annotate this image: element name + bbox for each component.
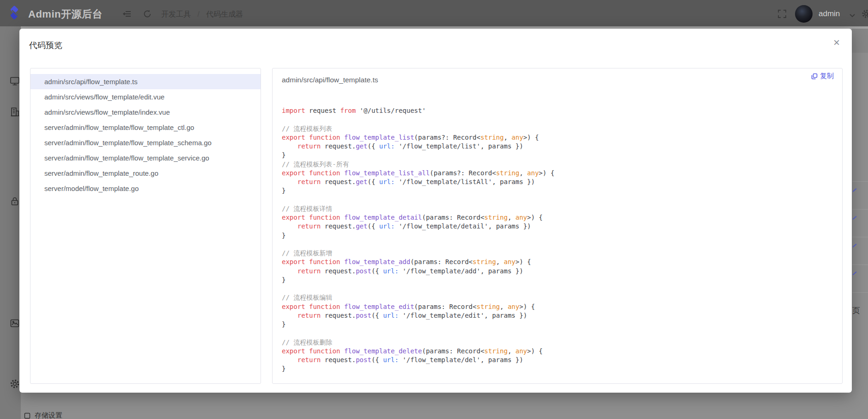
code-line: return request.get({ url: '/flow_templat… [282,142,554,151]
code-line: // 流程模板详情 [282,204,554,213]
edit-pen-icon [853,216,857,220]
code-line: // 流程模板删除 [282,338,554,347]
close-icon[interactable]: × [833,37,840,48]
gear-icon[interactable] [861,9,868,19]
file-list-item[interactable]: admin/src/views/flow_template/index.vue [30,105,261,120]
file-list-item[interactable]: server/model/flow_template.go [30,181,261,196]
code-line: } [282,186,554,195]
lock-icon[interactable] [9,196,20,207]
top-bar: Admin开源后台 开发工具 / 代码生成器 admin [0,0,868,26]
file-list-item[interactable]: server/admin/flow_template/flow_template… [30,135,261,150]
gear-icon[interactable] [9,378,20,389]
code-line: import request from '@/utils/request' [282,106,554,115]
edit-pen-icon [853,188,857,192]
code-panel: admin/src/api/flow_template.ts 复制 import… [272,68,843,384]
avatar[interactable] [795,5,813,23]
code-line: } [282,364,554,373]
code-line: } [282,151,554,160]
fullscreen-icon[interactable] [777,9,787,19]
background-row-divider [852,209,868,210]
code-line [282,329,554,338]
background-row-divider [852,265,868,265]
monitor-icon[interactable] [9,75,20,86]
code-line: return request.post({ url: '/flow_templa… [282,356,554,364]
code-line: // 流程模板新增 [282,249,554,258]
file-list-item[interactable]: admin/src/views/flow_template/edit.vue [30,89,261,105]
code-line: } [282,231,554,240]
collapse-menu-icon[interactable] [122,9,132,19]
file-list-item[interactable]: server/admin/flow_template_route.go [30,166,261,181]
code-line: // 流程模板列表-所有 [282,160,554,169]
code-line: export function flow_template_list_all(p… [282,169,554,178]
refresh-icon[interactable] [142,9,152,19]
code-line [282,196,554,204]
code-line: export function flow_template_add(params… [282,258,554,266]
breadcrumb-item-dev-tools[interactable]: 开发工具 [161,10,191,18]
app-logo-icon [6,5,23,23]
background-table-header [852,29,868,53]
code-line [282,284,554,293]
username[interactable]: admin [819,9,840,18]
edit-pen-icon [853,244,857,247]
image-icon[interactable] [9,318,20,329]
copy-icon [811,73,818,80]
code-block: import request from '@/utils/request'// … [282,106,554,374]
copy-button[interactable]: 复制 [811,72,834,80]
app-title: Admin开源后台 [28,7,103,21]
storage-icon [24,413,30,419]
edit-pen-icon [853,271,857,275]
code-line: } [282,276,554,284]
copy-label: 复制 [820,72,834,80]
code-filename: admin/src/api/flow_template.ts [282,76,378,84]
code-line: export function flow_template_delete(par… [282,347,554,356]
file-list: admin/src/api/flow_template.tsadmin/src/… [30,68,261,384]
code-line: return request.post({ url: '/flow_templa… [282,267,554,276]
code-line [282,240,554,249]
sidebar-item-storage-settings[interactable]: 存储设置 [24,411,62,419]
chevron-down-icon[interactable] [847,11,857,21]
code-line: return request.get({ url: '/flow_templat… [282,222,554,231]
dialog-title: 代码预览 [29,40,62,51]
breadcrumb-separator: / [197,10,199,18]
background-row-divider [852,292,868,293]
code-preview-dialog: 代码预览 × admin/src/api/flow_template.tsadm… [19,29,852,393]
screen: Admin开源后台 开发工具 / 代码生成器 admin [0,0,868,419]
sidebar-rail [0,26,21,419]
file-list-item[interactable]: server/admin/flow_template/flow_template… [30,120,261,135]
background-row-divider [852,181,868,182]
sidebar-item-label: 存储设置 [35,411,62,419]
pagination-text: 页 [852,305,860,316]
file-list-item[interactable]: admin/src/api/flow_template.ts [30,74,261,89]
code-line [282,115,554,124]
file-list-item[interactable]: server/admin/flow_template/flow_template… [30,150,261,166]
code-line: // 流程模板编辑 [282,293,554,302]
breadcrumb-item-code-generator: 代码生成器 [206,10,243,18]
code-line: } [282,320,554,329]
code-line: export function flow_template_edit(param… [282,302,554,311]
code-line: export function flow_template_detail(par… [282,213,554,222]
background-row-divider [852,237,868,237]
code-line: return request.post({ url: '/flow_templa… [282,311,554,320]
code-line: export function flow_template_list(param… [282,133,554,142]
code-line: return request.get({ url: '/flow_templat… [282,178,554,186]
code-line: // 流程模板列表 [282,124,554,133]
breadcrumb: 开发工具 / 代码生成器 [161,10,243,19]
building-icon[interactable] [9,106,20,117]
